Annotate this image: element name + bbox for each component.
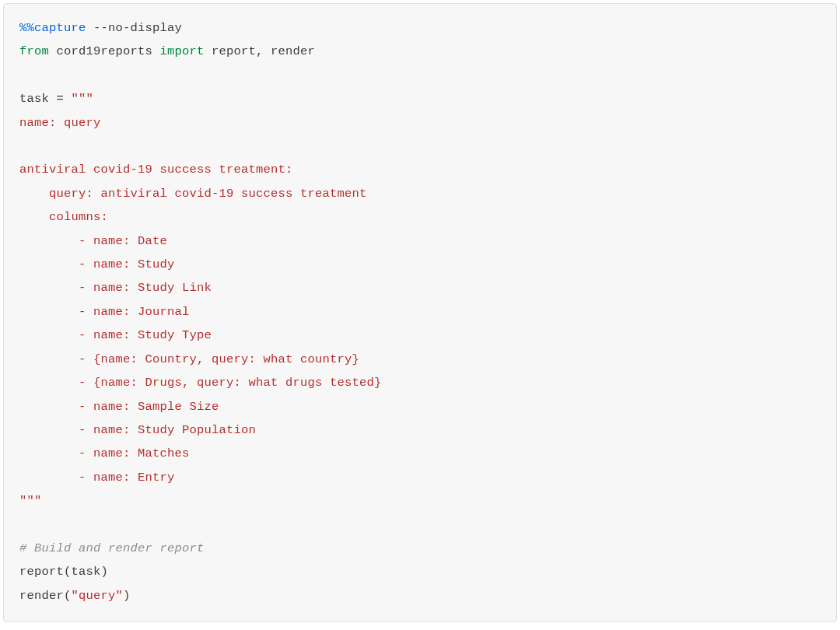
call-report: report(task) bbox=[19, 565, 108, 579]
string-open-quotes: """ bbox=[72, 92, 94, 106]
space bbox=[64, 92, 72, 106]
call-render-fn: render( bbox=[19, 589, 72, 603]
var-task: task bbox=[19, 92, 57, 106]
string-close-quotes: """ bbox=[19, 494, 42, 508]
code-block: %%capture --no-display from cord19report… bbox=[19, 16, 821, 607]
import-names: report, render bbox=[205, 44, 316, 58]
comment-line: # Build and render report bbox=[19, 541, 205, 555]
keyword-from: from bbox=[19, 44, 49, 58]
call-render-arg: "query" bbox=[72, 589, 124, 603]
call-render-close: ) bbox=[123, 589, 131, 603]
assign-operator: = bbox=[57, 92, 65, 106]
magic-command: %%capture bbox=[19, 21, 86, 35]
module-name: cord19reports bbox=[49, 44, 160, 58]
keyword-import: import bbox=[160, 44, 205, 58]
magic-args: --no-display bbox=[86, 21, 183, 35]
code-cell[interactable]: %%capture --no-display from cord19report… bbox=[3, 3, 837, 622]
string-body: name: query antiviral covid-19 success t… bbox=[19, 116, 382, 485]
